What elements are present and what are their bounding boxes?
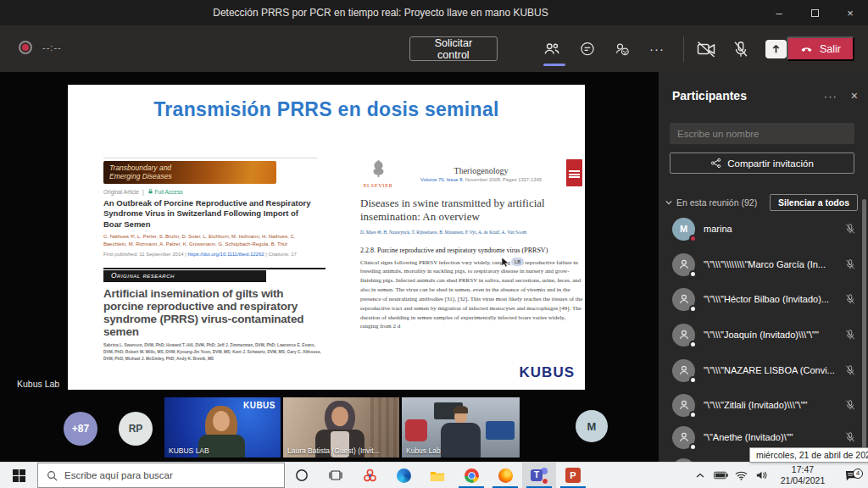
task-view-icon: [329, 469, 342, 481]
taskbar-search-input[interactable]: Escribe aquí para buscar: [37, 463, 285, 488]
share-invite-button[interactable]: Compartir invitación: [670, 152, 854, 174]
participants-icon: [542, 40, 561, 58]
meeting-count-label: En esta reunión (92): [676, 197, 770, 208]
firefox-button[interactable]: [488, 463, 522, 488]
share-screen-button[interactable]: [765, 36, 787, 62]
participant-row[interactable]: "\"\\\"Joaquín (Invitado)\\\"\"": [659, 317, 868, 352]
mic-muted-icon[interactable]: [844, 258, 856, 270]
participant-avatar-m[interactable]: M: [576, 410, 608, 442]
participant-row[interactable]: "\"\\\"Héctor Bilbao (Invitado)...: [659, 281, 868, 317]
person-icon: [676, 257, 692, 272]
presenter-label: Kubus Lab: [17, 379, 59, 389]
mic-muted-icon[interactable]: [844, 364, 856, 376]
full-access-badge: Full Access: [147, 188, 183, 195]
cursor-initials-badge: LB: [511, 258, 524, 266]
presence-dot: [689, 411, 697, 419]
video-tile-label: Laura Batista (Guest) (Invit...: [287, 446, 380, 455]
teams-button[interactable]: T: [522, 463, 556, 488]
avatar: [672, 426, 695, 449]
participants-button[interactable]: [542, 36, 563, 62]
mic-muted-icon[interactable]: [844, 431, 856, 443]
tray-expand-button[interactable]: [690, 463, 710, 488]
participant-name: "\"\\\"NAZARE LISBOA (Convi...: [704, 365, 839, 375]
share-invite-icon: [710, 158, 721, 169]
notification-center-button[interactable]: 4: [834, 469, 868, 482]
mic-off-button[interactable]: [731, 36, 752, 62]
mic-muted-icon[interactable]: [844, 223, 856, 235]
participants-panel: Participantes ··· × Compartir invitación…: [659, 72, 868, 462]
shared-screen-stage: Transmisión PRRS en dosis seminal Transb…: [0, 72, 659, 462]
leave-button[interactable]: Salir: [787, 36, 854, 61]
notification-count-badge: 4: [853, 469, 863, 479]
task-view-button[interactable]: [319, 463, 353, 488]
journal-issue: Volume 70, Issue 8, November 2008, Pages…: [396, 177, 566, 182]
mic-muted-icon[interactable]: [844, 329, 856, 341]
video-tile-kubus-lab[interactable]: KUBUS KUBUS LAB: [164, 397, 281, 458]
overflow-participants-avatar[interactable]: +87: [64, 412, 97, 446]
participant-row[interactable]: "\"\\\"\\\\\\\\"Marco García (In...: [659, 247, 868, 282]
request-control-button[interactable]: Solicitar control: [409, 36, 498, 61]
journal-banner: Transboundary and Emerging Diseases: [103, 161, 276, 184]
presence-dot: [689, 305, 697, 313]
participant-name: "\"Anethe (Invitado)\"": [704, 432, 839, 442]
powerpoint-button[interactable]: P: [556, 463, 590, 488]
panel-more-button[interactable]: ···: [824, 90, 837, 103]
maximize-icon: [811, 9, 819, 17]
panel-title: Participantes: [672, 89, 824, 103]
chrome-button[interactable]: [454, 463, 488, 488]
remote-cursor: LB: [502, 258, 524, 268]
chevron-up-icon: [696, 473, 704, 478]
teams-notification-dot: [542, 478, 548, 485]
pinwheel-app-icon: [363, 469, 377, 483]
mic-muted-icon[interactable]: [844, 399, 856, 411]
chat-button[interactable]: [576, 36, 598, 62]
cortana-button[interactable]: [285, 463, 319, 488]
powerpoint-icon: P: [565, 468, 581, 483]
avatar: [672, 288, 695, 311]
hangup-icon: [800, 42, 813, 55]
taskbar-clock[interactable]: 17:47 21/04/2021: [771, 464, 834, 486]
person-icon: [676, 327, 692, 342]
close-button[interactable]: ×: [832, 0, 868, 25]
camera-off-icon: [696, 39, 716, 59]
panel-close-button[interactable]: ×: [851, 89, 858, 103]
start-button[interactable]: [0, 463, 37, 488]
participant-row[interactable]: "\"\\\"NAZARE LISBOA (Convi...: [659, 352, 868, 388]
participant-avatar-rp[interactable]: RP: [119, 412, 153, 446]
reactions-button[interactable]: [611, 36, 632, 62]
participant-search-input[interactable]: [670, 123, 854, 144]
avatar: [672, 359, 695, 382]
chevron-down-icon[interactable]: [665, 200, 672, 205]
volume-indicator[interactable]: [751, 463, 771, 488]
meeting-timer: --:--: [42, 42, 62, 53]
presence-dot: [689, 270, 697, 278]
pinwheel-app-button[interactable]: [353, 463, 387, 488]
original-research-header: Original research: [103, 270, 266, 282]
video-tile-laura[interactable]: Laura Batista (Guest) (Invit...: [283, 397, 399, 458]
more-options-button[interactable]: ···: [646, 36, 667, 62]
participant-row[interactable]: "\"\\\"Zitlali (Invitado)\\\"\"": [659, 387, 868, 423]
maximize-button[interactable]: [797, 0, 832, 25]
participant-row[interactable]: M marina: [659, 211, 868, 247]
video-tile-label: Kubus Lab: [406, 446, 441, 455]
mic-muted-icon[interactable]: [844, 293, 856, 305]
wiley-article-authors: C. Nathues ✉, L. Perler, S. Bruhn, D. Su…: [103, 233, 317, 248]
wifi-indicator[interactable]: [731, 463, 751, 488]
mute-all-button[interactable]: Silenciar a todos: [770, 194, 858, 211]
camera-off-button[interactable]: [695, 36, 716, 62]
firefox-icon: [498, 469, 513, 483]
video-tile-kubus-office[interactable]: Kubus Lab: [402, 397, 520, 458]
folder-icon: [430, 469, 445, 482]
research-article: Original research Artificial inseminatio…: [103, 268, 326, 362]
file-explorer-button[interactable]: [420, 463, 454, 488]
elsevier-article-authors: D. Maes ✉, H. Nauwynck, T. Rijsselaere, …: [360, 230, 582, 235]
elsevier-tree-icon: [371, 159, 386, 178]
kubus-logo: KUBUS: [520, 364, 575, 381]
battery-indicator[interactable]: [710, 463, 731, 488]
chrome-icon: [465, 469, 479, 483]
clock-time: 17:47: [771, 464, 834, 475]
edge-button[interactable]: [387, 463, 420, 488]
panel-scrollbar[interactable]: [862, 199, 866, 453]
person-icon: [676, 430, 692, 445]
minimize-button[interactable]: –: [761, 0, 797, 25]
